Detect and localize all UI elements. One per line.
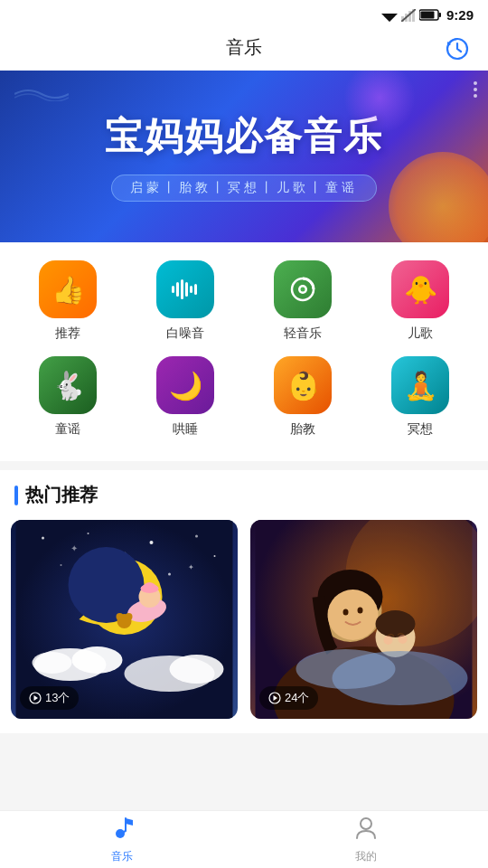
category-row-1: 👍 推荐 白噪音 — [9, 260, 479, 342]
card-badge-1: 13个 — [20, 686, 79, 710]
nav-mine[interactable]: 我的 — [244, 811, 488, 868]
category-label-nursery: 童谣 — [55, 421, 80, 438]
svg-point-41 — [72, 646, 123, 674]
wifi-icon — [381, 9, 398, 22]
play-icon-2 — [268, 692, 281, 704]
lightmusic-icon — [274, 260, 332, 318]
svg-text:✦: ✦ — [188, 563, 194, 571]
hot-section-title: 热门推荐 — [25, 483, 98, 507]
category-row-2: 🐇 童谣 🌙 哄睡 👶 胎教 🧘 冥想 — [9, 356, 479, 438]
category-prenatal[interactable]: 👶 胎教 — [267, 356, 339, 438]
whitenoise-icon — [156, 260, 214, 318]
nav-music-label: 音乐 — [111, 849, 133, 864]
svg-point-26 — [214, 555, 216, 557]
play-icon — [29, 692, 42, 704]
history-button[interactable] — [441, 33, 474, 65]
battery-icon — [419, 9, 441, 21]
category-label-sleep: 哄睡 — [173, 421, 198, 438]
svg-point-42 — [33, 652, 72, 674]
category-whitenoise[interactable]: 白噪音 — [149, 260, 221, 342]
category-nursery[interactable]: 🐇 童谣 — [32, 356, 104, 438]
banner-title: 宝妈妈必备音乐 — [105, 111, 383, 162]
svg-point-27 — [61, 564, 62, 566]
svg-point-64 — [361, 818, 371, 829]
nav-mine-label: 我的 — [355, 849, 377, 864]
svg-point-38 — [117, 613, 124, 620]
music-icon — [109, 815, 135, 840]
wave-decoration — [14, 87, 69, 105]
svg-rect-8 — [438, 13, 441, 17]
banner-blob2 — [343, 71, 416, 134]
svg-rect-12 — [172, 286, 174, 293]
signal-icon — [401, 9, 416, 22]
category-label-lightmusic: 轻音乐 — [284, 326, 322, 342]
category-label-recommend: 推荐 — [55, 326, 80, 342]
svg-point-60 — [296, 649, 396, 689]
card-mom[interactable]: 24个 — [250, 520, 477, 719]
category-childsong[interactable]: 🐥 儿歌 — [384, 260, 456, 342]
banner-subtitle: 启蒙丨胎教丨冥想丨儿歌丨童谣 — [111, 175, 377, 202]
svg-marker-62 — [274, 695, 278, 701]
category-label-prenatal: 胎教 — [290, 421, 315, 438]
sleep-icon: 🌙 — [156, 356, 214, 414]
category-label-whitenoise: 白噪音 — [166, 326, 204, 342]
svg-point-25 — [195, 535, 198, 538]
childsong-icon: 🐥 — [391, 260, 449, 318]
category-meditation[interactable]: 🧘 冥想 — [384, 356, 456, 438]
svg-marker-46 — [34, 695, 39, 701]
svg-point-23 — [88, 533, 89, 534]
svg-point-22 — [42, 537, 44, 540]
svg-rect-15 — [185, 282, 188, 297]
svg-point-39 — [126, 613, 133, 620]
page-title: 音乐 — [226, 35, 262, 60]
prenatal-icon: 👶 — [274, 356, 332, 414]
svg-point-53 — [343, 609, 349, 616]
svg-rect-16 — [190, 286, 192, 293]
mine-nav-icon — [353, 815, 379, 846]
recommend-icon: 👍 — [39, 260, 97, 318]
banner-dots — [474, 81, 477, 98]
card-count-2: 24个 — [285, 690, 309, 706]
svg-point-44 — [170, 655, 224, 684]
status-bar: 9:29 — [0, 0, 488, 26]
category-label-childsong: 儿歌 — [408, 326, 433, 342]
svg-text:✦: ✦ — [70, 543, 78, 553]
svg-rect-14 — [181, 279, 183, 299]
status-icons — [381, 9, 441, 22]
history-icon — [445, 36, 470, 61]
svg-point-57 — [384, 636, 393, 645]
hot-section-header: 热门推荐 — [0, 470, 488, 516]
svg-point-54 — [358, 608, 363, 614]
section-bar-decoration — [14, 486, 18, 505]
svg-point-24 — [150, 541, 154, 544]
card-badge-2: 24个 — [259, 686, 318, 710]
category-label-meditation: 冥想 — [408, 421, 433, 438]
card-moon[interactable]: ✦ ✦ ✦ — [11, 520, 238, 719]
person-icon — [353, 815, 379, 840]
categories-section: 👍 推荐 白噪音 — [0, 242, 488, 461]
nursery-icon: 🐇 — [39, 356, 97, 414]
bottom-nav: 音乐 我的 — [0, 810, 488, 868]
svg-point-28 — [168, 573, 171, 576]
cards-row: ✦ ✦ ✦ — [0, 516, 488, 733]
svg-point-20 — [301, 288, 305, 292]
nav-music[interactable]: 音乐 — [0, 811, 244, 868]
svg-point-56 — [376, 610, 416, 637]
category-recommend[interactable]: 👍 推荐 — [32, 260, 104, 342]
banner[interactable]: 宝妈妈必备音乐 启蒙丨胎教丨冥想丨儿歌丨童谣 — [0, 71, 488, 242]
header: 音乐 — [0, 26, 488, 71]
svg-point-58 — [399, 635, 408, 644]
svg-rect-13 — [176, 282, 179, 297]
svg-point-52 — [328, 590, 379, 640]
status-time: 9:29 — [446, 7, 474, 23]
music-nav-icon — [109, 815, 135, 846]
meditation-icon: 🧘 — [391, 356, 449, 414]
svg-rect-9 — [420, 12, 434, 19]
card-count-1: 13个 — [45, 690, 70, 706]
svg-marker-1 — [384, 16, 395, 22]
banner-blob1 — [389, 152, 488, 242]
category-lightmusic[interactable]: 轻音乐 — [267, 260, 339, 342]
svg-rect-17 — [194, 284, 197, 295]
category-sleep[interactable]: 🌙 哄睡 — [149, 356, 221, 438]
